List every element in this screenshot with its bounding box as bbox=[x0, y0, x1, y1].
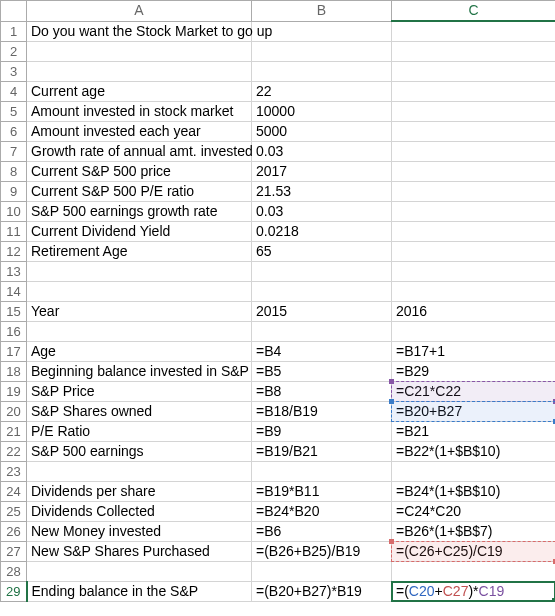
row-head-8[interactable]: 8 bbox=[1, 161, 27, 181]
row-head-28[interactable]: 28 bbox=[1, 561, 27, 581]
row-head-13[interactable]: 13 bbox=[1, 261, 27, 281]
cell-B24[interactable]: =B19*B11 bbox=[252, 481, 392, 501]
cell-C23[interactable] bbox=[392, 461, 556, 481]
cell-C14[interactable] bbox=[392, 281, 556, 301]
cell-B20[interactable]: =B18/B19 bbox=[252, 401, 392, 421]
cell-A16[interactable] bbox=[27, 321, 252, 341]
col-head-B[interactable]: B bbox=[252, 1, 392, 22]
row-head-14[interactable]: 14 bbox=[1, 281, 27, 301]
row-head-24[interactable]: 24 bbox=[1, 481, 27, 501]
cell-B14[interactable] bbox=[252, 281, 392, 301]
row-head-12[interactable]: 12 bbox=[1, 241, 27, 261]
row-head-15[interactable]: 15 bbox=[1, 301, 27, 321]
cell-A25[interactable]: Dividends Collected bbox=[27, 501, 252, 521]
cell-C16[interactable] bbox=[392, 321, 556, 341]
cell-A17[interactable]: Age bbox=[27, 341, 252, 361]
cell-C21[interactable]: =B21 bbox=[392, 421, 556, 441]
row-head-3[interactable]: 3 bbox=[1, 61, 27, 81]
row-head-7[interactable]: 7 bbox=[1, 141, 27, 161]
cell-C19[interactable]: =C21*C22 bbox=[392, 381, 556, 401]
cell-A14[interactable] bbox=[27, 281, 252, 301]
cell-C27[interactable]: =(C26+C25)/C19 bbox=[392, 541, 556, 561]
cell-B25[interactable]: =B24*B20 bbox=[252, 501, 392, 521]
cell-B2[interactable] bbox=[252, 41, 392, 61]
row-head-17[interactable]: 17 bbox=[1, 341, 27, 361]
cell-A26[interactable]: New Money invested bbox=[27, 521, 252, 541]
cell-A4[interactable]: Current age bbox=[27, 81, 252, 101]
cell-A9[interactable]: Current S&P 500 P/E ratio bbox=[27, 181, 252, 201]
row-head-16[interactable]: 16 bbox=[1, 321, 27, 341]
cell-B22[interactable]: =B19/B21 bbox=[252, 441, 392, 461]
cell-B27[interactable]: =(B26+B25)/B19 bbox=[252, 541, 392, 561]
row-head-2[interactable]: 2 bbox=[1, 41, 27, 61]
cell-B5[interactable]: 10000 bbox=[252, 101, 392, 121]
row-head-20[interactable]: 20 bbox=[1, 401, 27, 421]
cell-B11[interactable]: 0.0218 bbox=[252, 221, 392, 241]
cell-C25[interactable]: =C24*C20 bbox=[392, 501, 556, 521]
cell-B12[interactable]: 65 bbox=[252, 241, 392, 261]
cell-B9[interactable]: 21.53 bbox=[252, 181, 392, 201]
spreadsheet-grid[interactable]: A B C 1Do you want the Stock Market to g… bbox=[0, 0, 555, 602]
row-head-10[interactable]: 10 bbox=[1, 201, 27, 221]
col-head-A[interactable]: A bbox=[27, 1, 252, 22]
cell-C13[interactable] bbox=[392, 261, 556, 281]
cell-B3[interactable] bbox=[252, 61, 392, 81]
cell-C17[interactable]: =B17+1 bbox=[392, 341, 556, 361]
cell-A28[interactable] bbox=[27, 561, 252, 581]
cell-C15[interactable]: 2016 bbox=[392, 301, 556, 321]
row-head-6[interactable]: 6 bbox=[1, 121, 27, 141]
cell-A8[interactable]: Current S&P 500 price bbox=[27, 161, 252, 181]
cell-C1[interactable] bbox=[392, 21, 556, 41]
row-head-23[interactable]: 23 bbox=[1, 461, 27, 481]
row-head-22[interactable]: 22 bbox=[1, 441, 27, 461]
row-head-11[interactable]: 11 bbox=[1, 221, 27, 241]
row-head-19[interactable]: 19 bbox=[1, 381, 27, 401]
cell-A11[interactable]: Current Dividend Yield bbox=[27, 221, 252, 241]
cell-A13[interactable] bbox=[27, 261, 252, 281]
cell-A27[interactable]: New S&P Shares Purchased bbox=[27, 541, 252, 561]
cell-B15[interactable]: 2015 bbox=[252, 301, 392, 321]
select-all-corner[interactable] bbox=[1, 1, 27, 22]
cell-B18[interactable]: =B5 bbox=[252, 361, 392, 381]
cell-C4[interactable] bbox=[392, 81, 556, 101]
row-head-27[interactable]: 27 bbox=[1, 541, 27, 561]
cell-A5[interactable]: Amount invested in stock market bbox=[27, 101, 252, 121]
cell-A7[interactable]: Growth rate of annual amt. invested bbox=[27, 141, 252, 161]
cell-C5[interactable] bbox=[392, 101, 556, 121]
cell-A2[interactable] bbox=[27, 41, 252, 61]
row-head-9[interactable]: 9 bbox=[1, 181, 27, 201]
cell-C6[interactable] bbox=[392, 121, 556, 141]
cell-C9[interactable] bbox=[392, 181, 556, 201]
cell-B19[interactable]: =B8 bbox=[252, 381, 392, 401]
cell-A22[interactable]: S&P 500 earnings bbox=[27, 441, 252, 461]
cell-C8[interactable] bbox=[392, 161, 556, 181]
cell-B26[interactable]: =B6 bbox=[252, 521, 392, 541]
cell-C24[interactable]: =B24*(1+$B$10) bbox=[392, 481, 556, 501]
cell-A19[interactable]: S&P Price bbox=[27, 381, 252, 401]
col-head-C[interactable]: C bbox=[392, 1, 556, 22]
cell-C12[interactable] bbox=[392, 241, 556, 261]
active-formula[interactable]: =(C20+C27)*C19 bbox=[396, 583, 504, 599]
cell-A15[interactable]: Year bbox=[27, 301, 252, 321]
cell-B17[interactable]: =B4 bbox=[252, 341, 392, 361]
cell-A1[interactable]: Do you want the Stock Market to go up bbox=[27, 21, 252, 41]
cell-C7[interactable] bbox=[392, 141, 556, 161]
row-head-18[interactable]: 18 bbox=[1, 361, 27, 381]
cell-B4[interactable]: 22 bbox=[252, 81, 392, 101]
cell-A6[interactable]: Amount invested each year bbox=[27, 121, 252, 141]
cell-C28[interactable] bbox=[392, 561, 556, 581]
cell-A29[interactable]: Ending balance in the S&P bbox=[27, 581, 252, 601]
cell-A24[interactable]: Dividends per share bbox=[27, 481, 252, 501]
cell-A3[interactable] bbox=[27, 61, 252, 81]
cell-B7[interactable]: 0.03 bbox=[252, 141, 392, 161]
cell-B8[interactable]: 2017 bbox=[252, 161, 392, 181]
cell-A12[interactable]: Retirement Age bbox=[27, 241, 252, 261]
cell-A23[interactable] bbox=[27, 461, 252, 481]
cell-C18[interactable]: =B29 bbox=[392, 361, 556, 381]
cell-C20[interactable]: =B20+B27 bbox=[392, 401, 556, 421]
row-head-25[interactable]: 25 bbox=[1, 501, 27, 521]
cell-C10[interactable] bbox=[392, 201, 556, 221]
row-head-26[interactable]: 26 bbox=[1, 521, 27, 541]
cell-C26[interactable]: =B26*(1+$B$7) bbox=[392, 521, 556, 541]
row-head-1[interactable]: 1 bbox=[1, 21, 27, 41]
